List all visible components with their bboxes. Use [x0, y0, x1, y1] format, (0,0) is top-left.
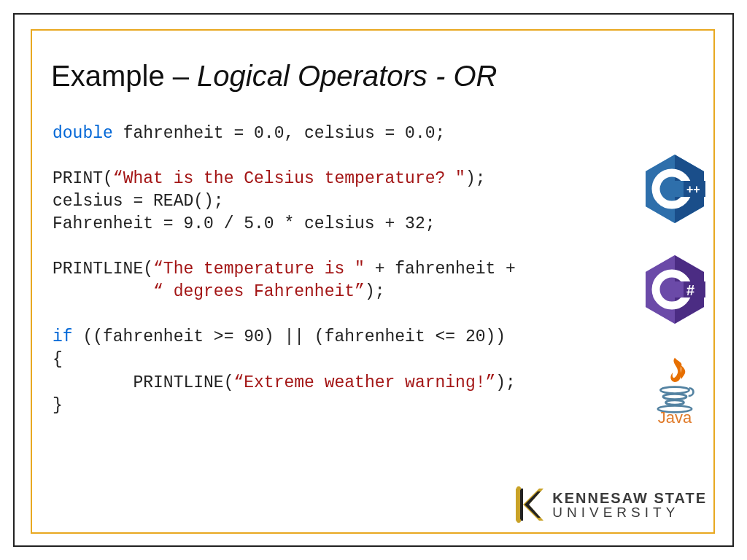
printline-open: PRINTLINE(: [53, 260, 153, 279]
svg-rect-19: [520, 489, 523, 521]
svg-rect-4: [665, 181, 686, 197]
print-close: );: [465, 169, 486, 188]
ksu-line1: KENNESAW STATE: [552, 491, 707, 505]
keyword-if: if: [53, 327, 73, 346]
code-block: double fahrenheit = 0.0, celsius = 0.0; …: [53, 122, 516, 417]
printline-indent: [53, 282, 153, 301]
cpp-logo-icon: ++: [643, 153, 707, 225]
ksu-text: KENNESAW STATE UNIVERSITY: [552, 491, 707, 519]
java-logo: Java: [649, 354, 700, 427]
title-italic: Logical Operators - OR: [197, 60, 497, 92]
svg-rect-11: [665, 281, 686, 298]
java-logo-icon: [649, 354, 700, 414]
svg-text:++: ++: [686, 183, 700, 195]
brace-open: {: [53, 350, 63, 369]
title-plain: Example –: [51, 60, 197, 92]
svg-point-15: [663, 394, 686, 399]
print-open: PRINT(: [53, 169, 113, 188]
decl-rest: fahrenheit = 0.0, celsius = 0.0;: [113, 124, 445, 143]
svg-point-22: [516, 486, 521, 491]
slide-title: Example – Logical Operators - OR: [51, 60, 497, 93]
brace-close: }: [53, 396, 63, 415]
svg-point-23: [516, 518, 521, 523]
svg-point-16: [666, 400, 684, 405]
read-line: celsius = READ();: [53, 192, 224, 211]
body-close: );: [495, 373, 516, 392]
printline-str2: “ degrees Fahrenheit”: [153, 282, 365, 301]
printline-str1: “The temperature is ": [153, 260, 365, 279]
java-label: Java: [658, 408, 692, 427]
calc-line: Fahrenheit = 9.0 / 5.0 * celsius + 32;: [53, 214, 436, 233]
csharp-logo-icon: #: [643, 254, 707, 325]
ksu-logo: KENNESAW STATE UNIVERSITY: [510, 486, 707, 524]
print-string: “What is the Celsius temperature? ": [113, 169, 465, 188]
ksu-line2: UNIVERSITY: [552, 505, 707, 519]
keyword-double: double: [53, 124, 113, 143]
body-indent: PRINTLINE(: [53, 373, 233, 392]
printline-mid: + fahrenheit +: [365, 260, 516, 279]
ksu-seal-icon: [510, 486, 545, 524]
svg-text:#: #: [686, 282, 694, 298]
svg-rect-18: [516, 489, 520, 521]
logo-stack: ++ # Java: [643, 153, 707, 427]
printline-close: );: [365, 282, 385, 301]
svg-point-14: [660, 387, 689, 394]
if-cond: ((fahrenheit >= 90) || (fahrenheit <= 20…: [73, 327, 506, 346]
body-str: “Extreme weather warning!”: [233, 373, 495, 392]
